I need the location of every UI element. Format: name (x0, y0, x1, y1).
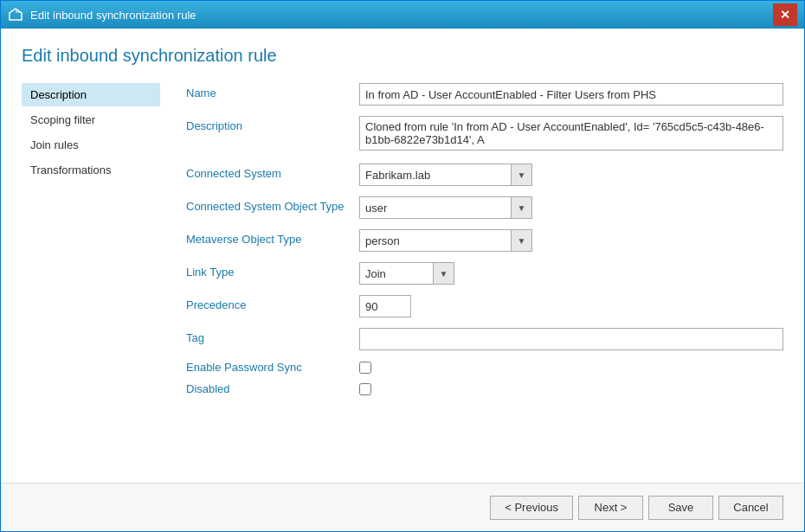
precedence-control (359, 295, 783, 317)
disabled-checkbox[interactable] (359, 383, 371, 395)
main-window: Edit inbound synchronization rule ✕ Edit… (0, 0, 805, 532)
precedence-input[interactable] (359, 295, 411, 317)
next-button[interactable]: Next > (578, 496, 643, 520)
name-row: Name (186, 83, 783, 106)
metaverse-object-type-control: person ▼ (359, 229, 783, 252)
description-control (359, 116, 783, 153)
enable-password-sync-row: Enable Password Sync (186, 361, 783, 374)
name-input[interactable] (359, 83, 783, 106)
form-area: Name Description Connected System (160, 83, 783, 469)
save-button[interactable]: Save (648, 496, 713, 520)
page-title: Edit inbound synchronization rule (22, 46, 783, 66)
metaverse-object-type-wrapper: person ▼ (359, 229, 532, 252)
link-type-wrapper: Join ▼ (359, 262, 454, 285)
tag-label: Tag (186, 328, 359, 344)
sidebar-item-transformations[interactable]: Transformations (22, 158, 160, 182)
connected-system-label: Connected System (186, 163, 359, 180)
content-area: Edit inbound synchronization rule Descri… (1, 29, 804, 483)
precedence-row: Precedence (186, 295, 783, 317)
title-bar: Edit inbound synchronization rule ✕ (1, 1, 804, 29)
connected-system-select[interactable]: Fabrikam.lab (360, 164, 531, 185)
disabled-label: Disabled (186, 382, 359, 395)
sidebar-item-join-rules[interactable]: Join rules (22, 133, 160, 157)
disabled-row: Disabled (186, 382, 783, 395)
enable-password-sync-label: Enable Password Sync (186, 361, 359, 374)
connected-system-object-type-control: user ▼ (359, 196, 783, 219)
metaverse-object-type-label: Metaverse Object Type (186, 229, 359, 246)
metaverse-object-type-row: Metaverse Object Type person ▼ (186, 229, 783, 252)
link-type-label: Link Type (186, 262, 359, 279)
sidebar-item-description[interactable]: Description (22, 83, 160, 106)
link-type-select[interactable]: Join (360, 263, 454, 284)
connected-system-object-type-label: Connected System Object Type (186, 196, 359, 213)
sidebar: Description Scoping filter Join rules Tr… (22, 83, 160, 469)
metaverse-object-type-select[interactable]: person (360, 230, 531, 251)
tag-control (359, 328, 783, 350)
connected-system-row: Connected System Fabrikam.lab ▼ (186, 163, 783, 186)
connected-system-control: Fabrikam.lab ▼ (359, 163, 783, 186)
connected-system-object-type-row: Connected System Object Type user ▼ (186, 196, 783, 219)
tag-input[interactable] (359, 328, 783, 350)
link-type-control: Join ▼ (359, 262, 783, 285)
connected-system-object-type-select[interactable]: user (360, 197, 531, 218)
enable-password-sync-checkbox[interactable] (359, 362, 371, 374)
name-control (359, 83, 783, 106)
main-layout: Description Scoping filter Join rules Tr… (22, 83, 783, 469)
previous-button[interactable]: < Previous (490, 496, 573, 520)
description-label: Description (186, 116, 359, 132)
tag-row: Tag (186, 328, 783, 350)
description-row: Description (186, 116, 783, 153)
close-button[interactable]: ✕ (773, 3, 797, 26)
description-input[interactable] (359, 116, 783, 151)
connected-system-object-type-wrapper: user ▼ (359, 196, 532, 219)
footer: < Previous Next > Save Cancel (1, 483, 804, 531)
link-type-row: Link Type Join ▼ (186, 262, 783, 285)
app-icon (8, 7, 23, 22)
connected-system-select-wrapper: Fabrikam.lab ▼ (359, 163, 532, 186)
cancel-button[interactable]: Cancel (718, 496, 783, 520)
name-label: Name (186, 83, 359, 99)
window-title: Edit inbound synchronization rule (30, 9, 196, 22)
sidebar-item-scoping-filter[interactable]: Scoping filter (22, 108, 160, 131)
precedence-label: Precedence (186, 295, 359, 311)
title-bar-left: Edit inbound synchronization rule (8, 7, 196, 22)
